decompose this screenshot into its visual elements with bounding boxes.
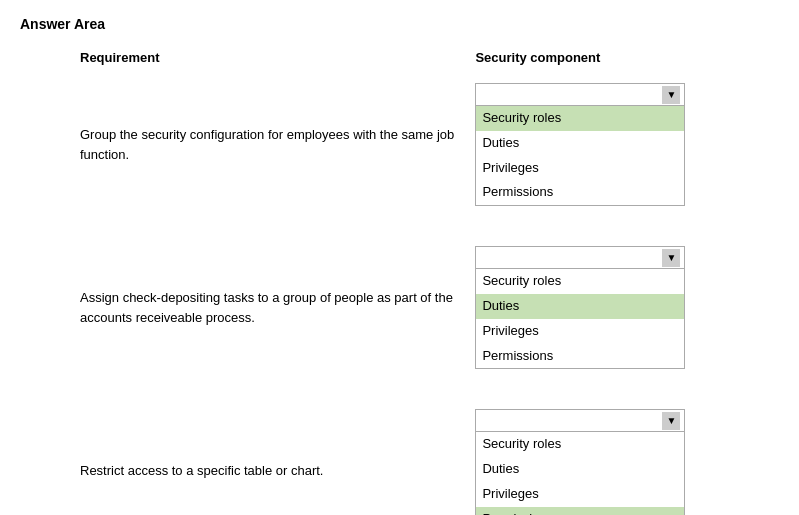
dropdown-header-2[interactable]: ▼ (476, 247, 684, 269)
dropdown-option-3-2[interactable]: Duties (476, 457, 684, 482)
requirement-cell-3: Restrict access to a specific table or c… (20, 399, 475, 515)
dropdown-option-3-3[interactable]: Privileges (476, 482, 684, 507)
answer-table: Requirement Security component Group the… (20, 50, 779, 515)
dropdown-options-3: Security rolesDutiesPrivilegesPermission… (476, 432, 684, 515)
dropdown-options-2: Security rolesDutiesPrivilegesPermission… (476, 269, 684, 368)
dropdown-option-2-3[interactable]: Privileges (476, 319, 684, 344)
dropdown-option-1-4[interactable]: Permissions (476, 180, 684, 205)
dropdown-options-1: Security rolesDutiesPrivilegesPermission… (476, 106, 684, 205)
table-row: Group the security configuration for emp… (20, 73, 779, 216)
dropdown-arrow-2[interactable]: ▼ (662, 249, 680, 267)
table-row: Assign check-depositing tasks to a group… (20, 236, 779, 379)
dropdown-option-1-3[interactable]: Privileges (476, 156, 684, 181)
component-cell-2: ▼Security rolesDutiesPrivilegesPermissio… (475, 236, 779, 379)
dropdown-2[interactable]: ▼Security rolesDutiesPrivilegesPermissio… (475, 246, 685, 369)
requirement-header: Requirement (20, 50, 475, 73)
component-cell-3: ▼Security rolesDutiesPrivilegesPermissio… (475, 399, 779, 515)
dropdown-option-1-1[interactable]: Security roles (476, 106, 684, 131)
dropdown-1[interactable]: ▼Security rolesDutiesPrivilegesPermissio… (475, 83, 685, 206)
dropdown-arrow-3[interactable]: ▼ (662, 412, 680, 430)
dropdown-option-3-1[interactable]: Security roles (476, 432, 684, 457)
table-row: Restrict access to a specific table or c… (20, 399, 779, 515)
requirement-cell-2: Assign check-depositing tasks to a group… (20, 236, 475, 379)
requirement-cell-1: Group the security configuration for emp… (20, 73, 475, 216)
dropdown-header-3[interactable]: ▼ (476, 410, 684, 432)
dropdown-option-2-1[interactable]: Security roles (476, 269, 684, 294)
component-cell-1: ▼Security rolesDutiesPrivilegesPermissio… (475, 73, 779, 216)
dropdown-3[interactable]: ▼Security rolesDutiesPrivilegesPermissio… (475, 409, 685, 515)
dropdown-option-1-2[interactable]: Duties (476, 131, 684, 156)
component-header: Security component (475, 50, 779, 73)
dropdown-header-1[interactable]: ▼ (476, 84, 684, 106)
dropdown-option-2-4[interactable]: Permissions (476, 344, 684, 369)
dropdown-option-2-2[interactable]: Duties (476, 294, 684, 319)
page-title: Answer Area (20, 16, 779, 32)
dropdown-option-3-4[interactable]: Permissions (476, 507, 684, 515)
dropdown-arrow-1[interactable]: ▼ (662, 86, 680, 104)
